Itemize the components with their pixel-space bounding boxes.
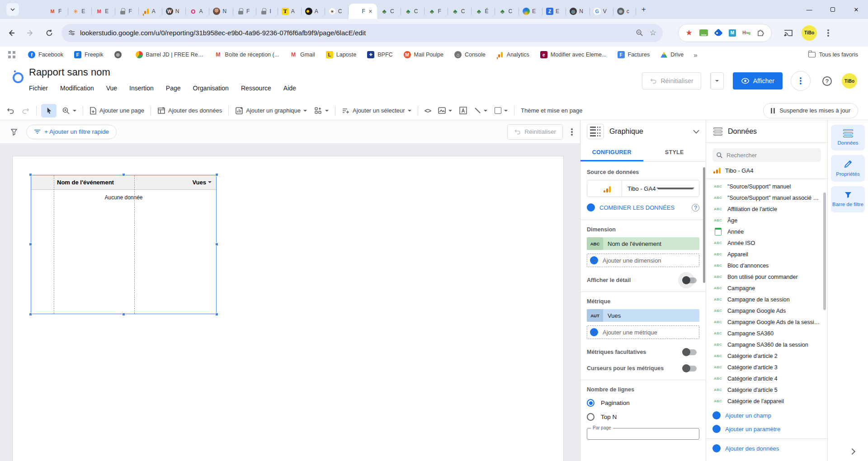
data-source-selector[interactable]: Tibo - GA4	[587, 180, 699, 197]
add-metric-button[interactable]: + Ajouter une métrique	[587, 325, 699, 339]
field-row[interactable]: Campagne SA360	[706, 328, 827, 339]
add-chart-button[interactable]: Ajouter un graphique	[231, 107, 311, 115]
browser-tab[interactable]: M E	[92, 4, 115, 19]
field-row[interactable]: Campagne Google Ads	[706, 305, 827, 316]
browser-tab[interactable]: M F	[45, 4, 68, 19]
browser-tab[interactable]: F	[233, 4, 256, 19]
bookmark-item[interactable]: M Gmail	[284, 48, 321, 61]
bookmark-item[interactable]: ⊕	[109, 48, 130, 61]
field-row[interactable]: "Source/Support" manuel	[706, 181, 827, 192]
browser-tab[interactable]: ♣ F	[425, 4, 448, 19]
browser-tab[interactable]: ✳ C	[325, 4, 349, 19]
field-search-box[interactable]	[712, 148, 821, 162]
table-chart[interactable]: Nom de l'événement Vues Aucune donnée	[31, 175, 217, 314]
browser-tab[interactable]: E	[519, 4, 542, 19]
reload-button[interactable]	[42, 25, 57, 41]
insert-line-button[interactable]	[471, 107, 491, 114]
browser-tab[interactable]: ⊕ c	[613, 4, 636, 19]
cast-button[interactable]	[781, 25, 796, 41]
restore-button[interactable]	[821, 0, 844, 19]
optional-metrics-toggle[interactable]	[683, 349, 697, 355]
field-row[interactable]: Année ISO	[706, 237, 827, 249]
add-quick-filter-button[interactable]: + Ajouter un filtre rapide	[26, 125, 117, 139]
tab-style[interactable]: STYLE	[643, 143, 706, 161]
bookmarks-overflow-chevron[interactable]: »	[689, 51, 702, 59]
field-row[interactable]: Catégorie de l'appareil	[706, 395, 827, 407]
field-row[interactable]: Catégorie d'article 5	[706, 384, 827, 395]
field-row[interactable]: Catégorie d'article 2	[706, 350, 827, 362]
per-page-field[interactable]: Par page	[587, 428, 699, 440]
menu-item[interactable]: Insertion	[129, 85, 154, 92]
add-data-button[interactable]: Ajouter des données	[154, 107, 226, 115]
radio-icon[interactable]	[587, 413, 594, 421]
table-column-header[interactable]: Vues	[134, 179, 216, 186]
browser-tab[interactable]: O A	[186, 4, 209, 19]
field-row[interactable]: Affiliation de l'article	[706, 203, 827, 215]
m-extension-icon[interactable]: M	[729, 29, 736, 37]
panel-scrollbar[interactable]	[703, 167, 705, 283]
menu-item[interactable]: Page	[166, 85, 181, 92]
insert-shape-button[interactable]	[491, 107, 511, 114]
bookmark-item[interactable]: Analytics	[491, 48, 535, 61]
menu-item[interactable]: Organisation	[193, 85, 229, 92]
add-control-button[interactable]: Ajouter un sélecteur	[338, 107, 415, 114]
bookmark-item[interactable]: e Modifier avec Eleme...	[535, 48, 612, 61]
add-data-source-button[interactable]: + Ajouter des données	[706, 442, 827, 455]
share-button[interactable]: Partager	[710, 72, 724, 89]
omnibox[interactable]: ☆	[61, 24, 663, 42]
redo-button[interactable]	[18, 107, 33, 115]
minimize-button[interactable]: —	[797, 0, 821, 19]
more-options-button[interactable]	[791, 71, 811, 91]
field-row[interactable]: Appareil	[706, 249, 827, 260]
tab-search-button[interactable]	[6, 3, 19, 16]
chevron-down-icon[interactable]	[693, 130, 699, 134]
theme-layout-button[interactable]: Thème et mise en page	[517, 107, 586, 114]
bookmark-item[interactable]: M Mail Poulpe	[398, 48, 449, 61]
metric-sliders-toggle[interactable]	[683, 366, 697, 372]
browser-tab[interactable]: G V	[590, 4, 613, 19]
resize-handle[interactable]	[122, 173, 125, 176]
field-row[interactable]: Âge	[706, 215, 827, 226]
rail-item-data[interactable]: Données	[831, 125, 865, 151]
field-row[interactable]: Année	[706, 226, 827, 237]
browser-tab[interactable]: A	[302, 4, 325, 19]
browser-tab[interactable]: ✳ E	[68, 4, 92, 19]
undo-button[interactable]	[3, 107, 18, 115]
field-row[interactable]: Bon utilisé pour commander	[706, 271, 827, 282]
rail-item-properties[interactable]: Propriétés	[831, 155, 865, 182]
field-row[interactable]: Catégorie d'article 4	[706, 373, 827, 384]
chart-panel-header[interactable]: Graphique	[580, 120, 706, 143]
tag-extension-icon[interactable]	[714, 29, 722, 37]
browser-tab[interactable]: N	[209, 4, 233, 19]
new-badge-extension-icon[interactable]: new	[699, 29, 708, 36]
apps-grid-icon[interactable]	[8, 51, 15, 58]
data-source-row[interactable]: Tibo - GA4	[706, 162, 827, 179]
radio-selected-icon[interactable]	[587, 399, 594, 407]
metric-chip[interactable]: AUT Vues	[587, 309, 699, 322]
htag-extension-icon[interactable]: Htag	[742, 29, 750, 37]
browser-tab[interactable]: ◎ N	[566, 4, 590, 19]
report-title[interactable]: Rapport sans nom	[29, 66, 110, 78]
resize-handle[interactable]	[215, 173, 218, 176]
resize-handle[interactable]	[29, 243, 32, 246]
resize-handle[interactable]	[122, 313, 125, 316]
bookmark-item[interactable]: ⌂ Console	[449, 48, 491, 61]
view-button[interactable]: Afficher	[733, 72, 783, 89]
bookmark-item[interactable]: L Laposte	[321, 48, 362, 61]
zoom-indicator-icon[interactable]	[636, 29, 643, 37]
browser-tab[interactable]: T A	[278, 4, 302, 19]
collapse-panel-chevron[interactable]	[849, 448, 855, 455]
zoom-tool-button[interactable]	[58, 107, 80, 115]
field-search-input[interactable]	[726, 152, 803, 159]
select-tool-button[interactable]	[41, 104, 57, 118]
pagination-option[interactable]: Pagination	[587, 399, 699, 407]
report-page[interactable]: Nom de l'événement Vues Aucune donnée	[12, 156, 564, 461]
browser-tab[interactable]: A	[139, 4, 162, 19]
resize-handle[interactable]	[29, 313, 32, 316]
menu-item[interactable]: Aide	[283, 85, 296, 92]
dimension-chip[interactable]: ABC Nom de l'événement	[587, 237, 699, 250]
field-row[interactable]: Bloc d'annonces	[706, 260, 827, 271]
reset-button[interactable]: Réinitialiser	[642, 72, 701, 89]
add-parameter-button[interactable]: + Ajouter un paramètre	[706, 422, 827, 436]
filter-menu-icon[interactable]	[571, 131, 573, 133]
